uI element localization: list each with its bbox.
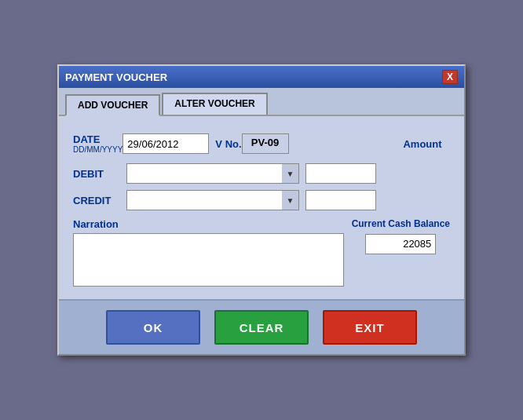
close-button[interactable]: X [442,70,458,84]
vno-value: PV-09 [242,133,289,154]
form-content: DATE DD/MM/YYYY V No. PV-09 Amount DEBIT… [59,116,464,290]
date-format-label: DD/MM/YYYY [73,145,123,154]
credit-row: CREDIT ▼ [73,190,450,210]
payment-voucher-window: PAYMENT VOUCHER X ADD VOUCHER ALTER VOUC… [57,64,466,356]
debit-dropdown-container: ▼ [126,163,299,184]
debit-label: DEBIT [73,168,120,180]
narration-right: Current Cash Balance 22085 [352,218,450,290]
date-label-block: DATE DD/MM/YYYY [73,133,123,154]
debit-input[interactable] [126,163,299,184]
credit-dropdown-container: ▼ [126,190,299,210]
narration-input[interactable] [73,233,344,287]
ok-button[interactable]: OK [106,310,200,345]
debit-amount-input[interactable] [305,163,376,184]
debit-row: DEBIT ▼ [73,163,450,184]
tab-add-voucher[interactable]: ADD VOUCHER [65,94,160,116]
dropdown-arrow-icon2: ▼ [287,196,294,205]
tab-alter-voucher[interactable]: ALTER VOUCHER [162,93,267,115]
dropdown-arrow-icon: ▼ [287,170,294,178]
credit-label: CREDIT [73,195,120,206]
credit-amount-input[interactable] [305,190,376,210]
clear-button[interactable]: CLEAR [214,310,309,345]
narration-left: Narration [73,218,344,290]
debit-dropdown-arrow[interactable]: ▼ [282,163,299,184]
vno-label: V No. [215,138,241,150]
date-label: DATE [73,133,123,145]
narration-section: Narration Current Cash Balance 22085 [73,218,450,290]
title-bar: PAYMENT VOUCHER X [59,66,464,88]
date-vno-row: DATE DD/MM/YYYY V No. PV-09 Amount [73,133,450,154]
credit-input[interactable] [126,190,299,210]
cash-balance-value: 22085 [365,234,436,254]
exit-button[interactable]: EXIT [323,310,417,345]
footer: OK CLEAR EXIT [59,299,464,354]
window-title: PAYMENT VOUCHER [65,71,167,83]
cash-balance-label: Current Cash Balance [352,218,450,231]
tab-bar: ADD VOUCHER ALTER VOUCHER [59,88,464,116]
date-input[interactable] [123,133,209,154]
amount-label: Amount [395,138,450,150]
credit-dropdown-arrow[interactable]: ▼ [282,190,299,210]
narration-label: Narration [73,218,344,230]
